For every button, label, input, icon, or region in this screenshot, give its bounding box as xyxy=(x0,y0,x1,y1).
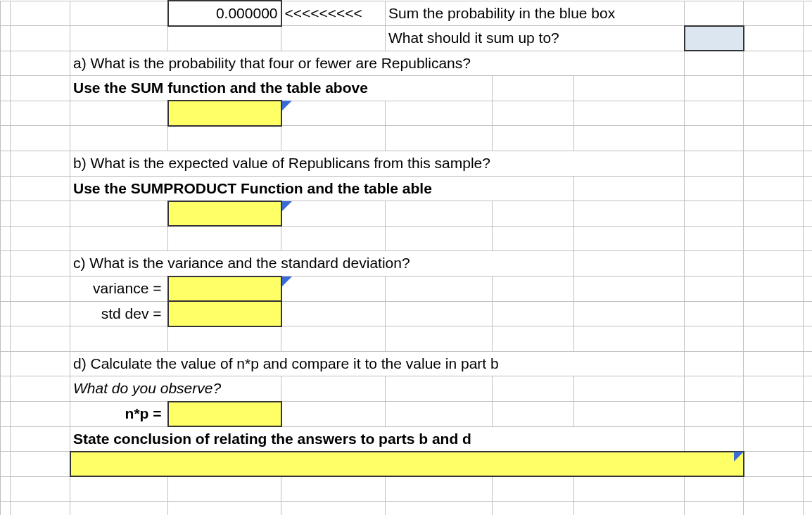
cell[interactable] xyxy=(493,101,574,126)
cell[interactable] xyxy=(574,326,685,352)
cell[interactable] xyxy=(685,151,744,177)
cell[interactable] xyxy=(744,226,804,251)
cell[interactable] xyxy=(744,201,804,227)
cell[interactable] xyxy=(386,402,493,427)
cell[interactable] xyxy=(493,226,574,251)
cell[interactable] xyxy=(1,326,11,352)
cell[interactable] xyxy=(685,276,744,302)
cell[interactable] xyxy=(493,326,574,352)
cell[interactable] xyxy=(1,351,11,376)
cell[interactable] xyxy=(685,176,744,201)
conclusion-label[interactable]: State conclusion of relating the answers… xyxy=(70,426,685,452)
cell[interactable] xyxy=(11,452,70,477)
cell[interactable] xyxy=(574,376,685,402)
cell[interactable] xyxy=(574,101,685,126)
cell[interactable] xyxy=(685,476,744,502)
stddev-label[interactable]: std dev = xyxy=(70,301,168,326)
cell[interactable] xyxy=(744,251,804,276)
cell[interactable] xyxy=(493,402,574,427)
cell[interactable] xyxy=(804,151,812,177)
cell[interactable] xyxy=(685,51,744,76)
cell[interactable] xyxy=(574,226,685,251)
cell[interactable] xyxy=(281,476,386,502)
cell[interactable] xyxy=(70,126,168,151)
question-a-prompt[interactable]: a) What is the probability that four or … xyxy=(70,51,685,76)
cell[interactable] xyxy=(804,226,812,251)
cell[interactable] xyxy=(281,226,386,251)
cell[interactable] xyxy=(386,376,493,402)
cell[interactable] xyxy=(281,101,386,126)
cell[interactable] xyxy=(574,251,685,276)
cell[interactable] xyxy=(574,301,685,326)
cell[interactable] xyxy=(493,76,574,101)
np-label[interactable]: n*p = xyxy=(70,402,168,427)
cell[interactable] xyxy=(685,126,744,151)
cell[interactable] xyxy=(685,426,744,452)
cell[interactable] xyxy=(1,452,11,477)
cell[interactable] xyxy=(1,426,11,452)
cell[interactable] xyxy=(1,226,11,251)
answer-cell-a[interactable] xyxy=(168,101,281,126)
cell[interactable] xyxy=(574,476,685,502)
cell[interactable] xyxy=(804,101,812,126)
cell[interactable] xyxy=(11,226,70,251)
cell[interactable] xyxy=(744,502,804,515)
cell[interactable] xyxy=(281,326,386,352)
cell[interactable] xyxy=(574,201,685,227)
cell[interactable] xyxy=(70,476,168,502)
question-b-prompt[interactable]: b) What is the expected value of Republi… xyxy=(70,151,685,177)
answer-cell-conclusion[interactable] xyxy=(70,452,744,477)
cell[interactable] xyxy=(744,76,804,101)
cell[interactable] xyxy=(744,276,804,302)
cell[interactable] xyxy=(744,326,804,352)
cell[interactable] xyxy=(11,51,70,76)
cell[interactable] xyxy=(11,326,70,352)
cell[interactable] xyxy=(281,301,386,326)
cell[interactable] xyxy=(804,51,812,76)
question-a-instruction[interactable]: Use the SUM function and the table above xyxy=(70,76,493,101)
cell[interactable] xyxy=(685,376,744,402)
cell[interactable] xyxy=(685,226,744,251)
cell[interactable] xyxy=(386,126,493,151)
cell[interactable] xyxy=(11,476,70,502)
cell[interactable] xyxy=(168,26,281,51)
cell[interactable] xyxy=(386,301,493,326)
cell[interactable] xyxy=(685,502,744,515)
cell[interactable] xyxy=(386,326,493,352)
cell[interactable] xyxy=(70,1,168,26)
cell[interactable] xyxy=(685,402,744,427)
cell[interactable] xyxy=(11,351,70,376)
cell[interactable] xyxy=(744,126,804,151)
cell[interactable] xyxy=(1,276,11,302)
cell[interactable] xyxy=(1,26,11,51)
cell[interactable] xyxy=(685,301,744,326)
cell[interactable] xyxy=(744,301,804,326)
cell[interactable] xyxy=(804,276,812,302)
cell[interactable] xyxy=(744,151,804,177)
cell[interactable] xyxy=(11,26,70,51)
cell[interactable] xyxy=(1,251,11,276)
cell[interactable] xyxy=(804,452,812,477)
arrows-cell[interactable]: <<<<<<<<< xyxy=(281,1,386,26)
cell[interactable] xyxy=(804,476,812,502)
cell[interactable] xyxy=(1,151,11,177)
cell[interactable] xyxy=(1,176,11,201)
cell[interactable] xyxy=(685,251,744,276)
cell[interactable] xyxy=(11,426,70,452)
cell[interactable] xyxy=(386,201,493,227)
cell[interactable] xyxy=(744,101,804,126)
cell[interactable] xyxy=(281,376,386,402)
cell[interactable] xyxy=(70,26,168,51)
cell[interactable] xyxy=(281,276,386,302)
cell[interactable] xyxy=(11,151,70,177)
cell[interactable] xyxy=(804,251,812,276)
cell[interactable] xyxy=(744,402,804,427)
cell[interactable] xyxy=(493,276,574,302)
cell[interactable] xyxy=(386,101,493,126)
answer-cell-np[interactable] xyxy=(168,402,281,427)
cell[interactable] xyxy=(386,276,493,302)
cell[interactable] xyxy=(1,126,11,151)
cell[interactable] xyxy=(804,76,812,101)
question-b-instruction[interactable]: Use the SUMPRODUCT Function and the tabl… xyxy=(70,176,574,201)
cell[interactable] xyxy=(804,351,812,376)
